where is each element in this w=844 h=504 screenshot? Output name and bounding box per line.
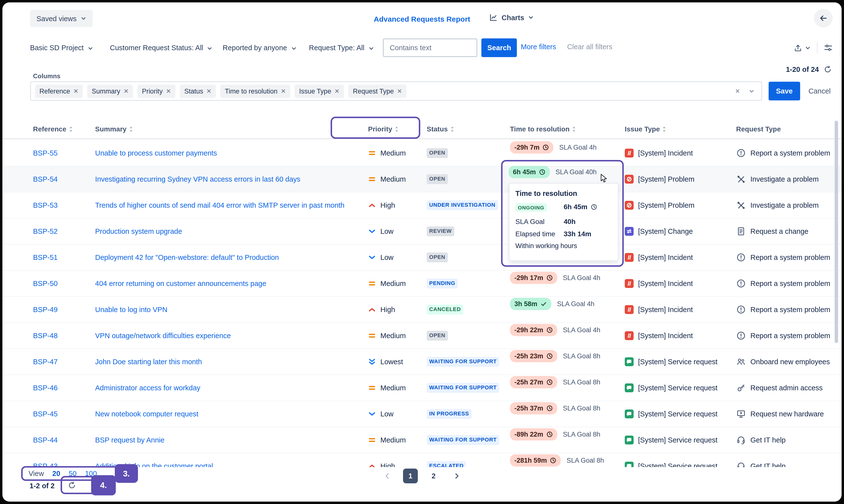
search-button[interactable]: Search bbox=[481, 38, 517, 57]
page-title[interactable]: Advanced Requests Report bbox=[2, 15, 842, 23]
contains-text-input[interactable] bbox=[383, 38, 478, 57]
request-type-label: Request admin access bbox=[751, 384, 823, 392]
remove-chip-icon[interactable] bbox=[397, 89, 402, 93]
summary-link[interactable]: 404 error returning on customer announce… bbox=[95, 280, 266, 287]
summary-link[interactable]: Unable to process customer payments bbox=[95, 149, 217, 157]
export-button[interactable] bbox=[794, 43, 810, 52]
column-chip[interactable]: Request Type bbox=[348, 85, 407, 98]
issue-key-link[interactable]: BSP-53 bbox=[33, 201, 58, 209]
remove-chip-icon[interactable] bbox=[124, 89, 128, 93]
more-filters-link[interactable]: More filters bbox=[521, 43, 556, 51]
page-1-button[interactable]: 1 bbox=[403, 469, 418, 483]
charts-menu-button[interactable]: Charts bbox=[489, 13, 534, 22]
next-page-button[interactable] bbox=[449, 469, 464, 483]
issue-type-service-icon bbox=[625, 383, 634, 392]
issue-key-link[interactable]: BSP-49 bbox=[33, 306, 58, 313]
sla-goal: SLA Goal 4h bbox=[557, 300, 595, 307]
columns-dropdown-icon[interactable] bbox=[749, 88, 754, 94]
page-2-button[interactable]: 2 bbox=[426, 469, 441, 483]
issue-key-link[interactable]: BSP-50 bbox=[33, 280, 58, 287]
save-button[interactable]: Save bbox=[769, 82, 800, 101]
table-row[interactable]: BSP-47John Doe starting later this month… bbox=[2, 349, 842, 375]
remove-chip-icon[interactable] bbox=[207, 89, 212, 93]
column-header-request-type[interactable]: Request Type bbox=[736, 125, 833, 133]
settings-sliders-icon[interactable] bbox=[824, 43, 833, 52]
issue-key-link[interactable]: BSP-51 bbox=[33, 253, 58, 262]
summary-link[interactable]: Administrator access for workday bbox=[95, 384, 200, 392]
prev-page-button[interactable] bbox=[380, 469, 395, 483]
screen: Saved views Advanced Requests Report Cha… bbox=[0, 0, 844, 504]
issue-key-link[interactable]: BSP-55 bbox=[33, 149, 58, 157]
remove-chip-icon[interactable] bbox=[281, 89, 286, 93]
summary-link[interactable]: Trends of higher counts of send mail 404… bbox=[95, 201, 344, 209]
issue-key-link[interactable]: BSP-44 bbox=[33, 436, 58, 444]
priority-high-icon bbox=[368, 201, 376, 209]
request-type-select[interactable]: Request Type: All bbox=[309, 37, 374, 58]
column-header-reference[interactable]: Reference bbox=[33, 125, 95, 133]
sort-icon bbox=[69, 126, 73, 132]
column-chip[interactable]: Issue Type bbox=[295, 85, 344, 98]
sla-time: 3h 58m bbox=[514, 300, 537, 307]
column-chip[interactable]: Time to resolution bbox=[221, 85, 290, 98]
summary-link[interactable]: Production system upgrade bbox=[95, 228, 182, 235]
remove-chip-icon[interactable] bbox=[334, 89, 340, 93]
clear-columns-icon[interactable] bbox=[735, 89, 740, 93]
table-row[interactable]: BSP-44BSP request by AnnieMediumWAITING … bbox=[2, 427, 842, 453]
issue-type-incident-icon bbox=[625, 305, 634, 314]
issue-type-change-icon bbox=[625, 227, 634, 236]
remove-chip-icon[interactable] bbox=[74, 89, 79, 93]
sla-time: -29h 17m bbox=[514, 274, 543, 281]
column-header-status[interactable]: Status bbox=[427, 125, 510, 133]
column-chip[interactable]: Reference bbox=[35, 85, 83, 98]
remove-chip-icon[interactable] bbox=[166, 89, 171, 93]
sort-icon bbox=[572, 126, 576, 132]
summary-link[interactable]: Deployment 42 for "Open-webstore: defaul… bbox=[95, 253, 279, 262]
summary-link[interactable]: BSP request by Annie bbox=[95, 436, 165, 444]
sla-goal: SLA Goal 4h bbox=[563, 274, 600, 281]
table-row[interactable]: BSP-50404 error returning on customer an… bbox=[2, 271, 842, 297]
column-header-priority[interactable]: Priority bbox=[368, 125, 427, 133]
project-select[interactable]: Basic SD Project bbox=[30, 37, 93, 58]
table-row[interactable]: BSP-51Deployment 42 for "Open-webstore: … bbox=[2, 245, 842, 271]
cancel-button[interactable]: Cancel bbox=[807, 87, 833, 95]
table-row[interactable]: BSP-49Unable to log into VPNHighCANCELED… bbox=[2, 297, 842, 323]
table-row[interactable]: BSP-46Administrator access for workdayMe… bbox=[2, 375, 842, 401]
table-row[interactable]: BSP-45New notebook computer requestLowIN… bbox=[2, 401, 842, 427]
column-chip[interactable]: Status bbox=[180, 85, 216, 98]
issue-key-link[interactable]: BSP-45 bbox=[33, 410, 58, 418]
issue-key-link[interactable]: BSP-48 bbox=[33, 332, 58, 340]
summary-link[interactable]: John Doe starting later this month bbox=[95, 358, 202, 366]
column-header-summary[interactable]: Summary bbox=[95, 125, 368, 133]
issue-key-link[interactable]: BSP-46 bbox=[33, 384, 58, 392]
column-header-issue-type[interactable]: Issue Type bbox=[625, 125, 736, 133]
request-status-select[interactable]: Customer Request Status: All bbox=[110, 37, 212, 58]
request-type-label: Onboard new employees bbox=[751, 358, 830, 366]
table-row[interactable]: BSP-48VPN outage/network difficulties ex… bbox=[2, 323, 842, 349]
request-type-report-icon bbox=[736, 305, 746, 314]
clear-all-filters-link[interactable]: Clear all filters bbox=[567, 43, 613, 51]
vertical-scrollbar[interactable] bbox=[834, 121, 838, 343]
table-row[interactable]: BSP-53Trends of higher counts of send ma… bbox=[2, 193, 842, 218]
issue-key-link[interactable]: BSP-52 bbox=[33, 228, 58, 235]
refresh-icon[interactable] bbox=[824, 66, 832, 73]
back-button[interactable] bbox=[814, 9, 833, 28]
columns-multiselect[interactable]: ReferenceSummaryPriorityStatusTime to re… bbox=[30, 81, 762, 101]
summary-link[interactable]: Investigating recurring Sydney VPN acces… bbox=[95, 175, 300, 183]
reporter-select[interactable]: Reported by anyone bbox=[223, 37, 296, 58]
issue-key-link[interactable]: BSP-54 bbox=[33, 175, 58, 183]
column-header-time-to-resolution[interactable]: Time to resolution bbox=[510, 125, 625, 133]
issue-key-link[interactable]: BSP-47 bbox=[33, 358, 58, 366]
column-chip[interactable]: Priority bbox=[137, 85, 175, 98]
summary-link[interactable]: VPN outage/network difficulties experien… bbox=[95, 332, 231, 340]
summary-link[interactable]: New notebook computer request bbox=[95, 410, 198, 418]
issue-type-label: [System] Service request bbox=[638, 358, 717, 366]
clock-icon bbox=[542, 144, 549, 150]
column-header-label: Time to resolution bbox=[510, 125, 570, 133]
table-row[interactable]: BSP-52Production system upgradeLowREVIEW… bbox=[2, 218, 842, 245]
table-row[interactable]: BSP-54Investigating recurring Sydney VPN… bbox=[2, 166, 842, 193]
request-type-report-icon bbox=[736, 148, 746, 158]
column-chip[interactable]: Summary bbox=[87, 85, 133, 98]
table-row[interactable]: BSP-55Unable to process customer payment… bbox=[2, 140, 842, 166]
status-badge: WAITING FOR SUPPORT bbox=[427, 435, 499, 445]
summary-link[interactable]: Unable to log into VPN bbox=[95, 306, 167, 313]
